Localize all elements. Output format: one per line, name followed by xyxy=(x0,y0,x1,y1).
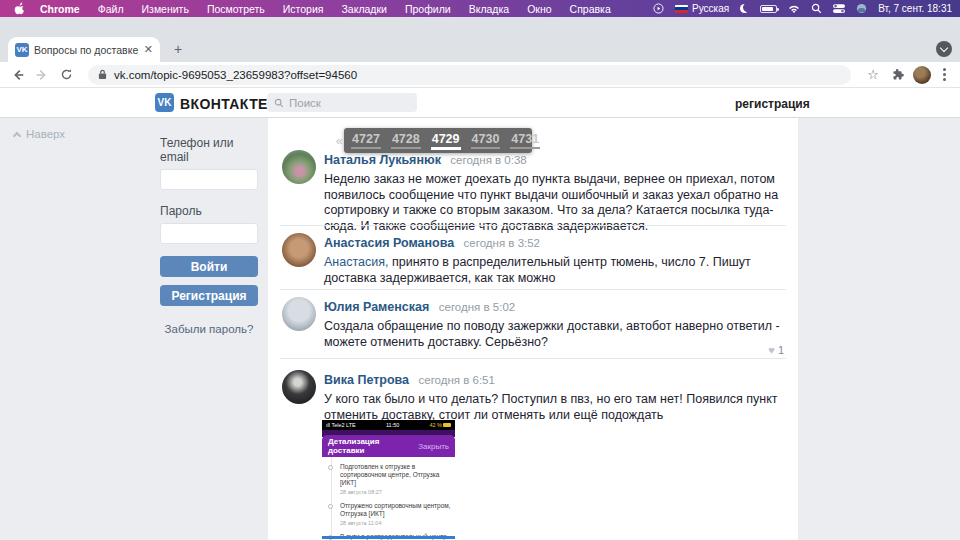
registration-link[interactable]: регистрация xyxy=(735,97,810,111)
forgot-password-link[interactable]: Забыли пароль? xyxy=(160,323,258,335)
control-center-icon[interactable] xyxy=(833,3,845,14)
topic-comments-panel: Наталья Лукьянюк сегодня в 0:38 Неделю з… xyxy=(268,118,798,540)
pagination-page[interactable]: 4728 xyxy=(391,132,421,149)
browser-toolbar: vk.com/topic-9695053_23659983?offset=945… xyxy=(0,62,960,88)
menu-item-history[interactable]: История xyxy=(274,3,333,15)
back-to-top-link[interactable]: Наверх xyxy=(14,128,65,140)
forward-button[interactable] xyxy=(34,67,50,83)
media-play-icon[interactable] xyxy=(653,3,664,14)
phone-label: Телефон или email xyxy=(160,136,258,164)
comment-text: Анастасия, принято в распределительный ц… xyxy=(324,255,786,286)
comment-timestamp: сегодня в 6:51 xyxy=(418,374,494,386)
divider xyxy=(280,225,786,226)
apple-icon[interactable] xyxy=(8,2,31,15)
wifi-icon[interactable] xyxy=(788,4,800,14)
phone-battery-icon xyxy=(443,423,451,427)
pagination-page[interactable]: 4730 xyxy=(471,132,501,149)
browser-tab[interactable]: VK Вопросы по доставке | WILDB ✕ xyxy=(8,37,160,62)
chevron-up-icon xyxy=(13,131,21,139)
login-button[interactable]: Войти xyxy=(160,256,258,277)
menu-item-edit[interactable]: Изменить xyxy=(133,3,198,15)
menu-item-profiles[interactable]: Профили xyxy=(396,3,460,15)
lock-icon xyxy=(98,69,107,80)
macos-menu-bar: Chrome Файл Изменить Посмотреть История … xyxy=(0,0,960,17)
comment-text: Создала обращение по поводу зажержки дос… xyxy=(324,319,786,350)
menu-item-tab[interactable]: Вкладка xyxy=(460,3,518,15)
vk-page: Наверх Телефон или email Пароль Войти Ре… xyxy=(0,118,960,540)
address-bar[interactable]: vk.com/topic-9695053_23659983?offset=945… xyxy=(88,65,851,85)
search-placeholder: Поиск xyxy=(289,97,321,109)
search-icon xyxy=(274,98,284,108)
avatar[interactable] xyxy=(282,233,316,267)
comment-author-link[interactable]: Вика Петрова xyxy=(324,373,409,387)
new-tab-button[interactable]: + xyxy=(170,41,186,57)
comment-author-link[interactable]: Юлия Раменская xyxy=(324,300,429,314)
pagination-bar: « 4727 4728 4729 4730 4731 xyxy=(344,128,532,153)
attachment-bottom-bar xyxy=(322,536,455,539)
browser-profile-avatar[interactable] xyxy=(913,66,931,84)
tab-close-icon[interactable]: ✕ xyxy=(144,44,153,55)
password-label: Пароль xyxy=(160,204,258,218)
phone-clock: 11:50 xyxy=(386,422,399,428)
mention-link[interactable]: Анастасия, xyxy=(324,255,388,269)
vk-search-input[interactable]: Поиск xyxy=(267,93,417,112)
pagination-prev[interactable]: « xyxy=(336,133,343,148)
menu-item-chrome[interactable]: Chrome xyxy=(31,3,89,15)
battery-icon[interactable] xyxy=(760,5,777,13)
extensions-puzzle-icon[interactable] xyxy=(889,67,905,83)
password-input[interactable] xyxy=(160,223,258,244)
avatar[interactable] xyxy=(282,297,316,331)
login-form: Телефон или email Пароль Войти Регистрац… xyxy=(160,118,258,335)
avatar[interactable] xyxy=(282,370,316,404)
register-button[interactable]: Регистрация xyxy=(160,285,258,306)
comment-timestamp: сегодня в 3:52 xyxy=(464,237,540,249)
divider xyxy=(280,289,786,290)
chrome-menu-icon[interactable] xyxy=(939,68,950,81)
comment-author-link[interactable]: Анастасия Романова xyxy=(324,236,454,250)
avatar[interactable] xyxy=(282,150,316,184)
like-count[interactable]: ♥ 1 xyxy=(768,344,784,356)
do-not-disturb-moon-icon[interactable] xyxy=(740,4,749,13)
menu-item-view[interactable]: Посмотреть xyxy=(198,3,274,15)
vk-logo-icon[interactable]: VK xyxy=(155,93,174,112)
delivery-modal-header: Детализация доставки Закрыть xyxy=(322,435,455,457)
menu-item-window[interactable]: Окно xyxy=(518,3,560,15)
language-label: Русская xyxy=(692,3,729,14)
vk-favicon-icon: VK xyxy=(15,43,29,57)
menu-item-bookmarks[interactable]: Закладки xyxy=(333,3,396,15)
vk-logo-text[interactable]: ВКОНТАКТЕ xyxy=(180,96,268,112)
tab-title: Вопросы по доставке | WILDB xyxy=(34,44,139,56)
tab-search-button[interactable] xyxy=(936,41,952,57)
back-button[interactable] xyxy=(10,67,26,83)
delivery-timeline: Подготовлен к отгрузке в сортировочном ц… xyxy=(322,457,455,535)
timeline-step: Отгружено сортировочным центром, Отгрузк… xyxy=(340,502,451,526)
phone-status-bar: ıll Tele2 LTE 11:50 42 % xyxy=(322,420,455,430)
timeline-dot-icon xyxy=(328,465,333,470)
pagination-page[interactable]: 4731 xyxy=(510,132,540,149)
attachment-image[interactable]: ıll Tele2 LTE 11:50 42 % Детализация дос… xyxy=(322,420,455,540)
comment-author-link[interactable]: Наталья Лукьянюк xyxy=(324,153,441,167)
heart-icon: ♥ xyxy=(768,344,775,356)
url-text[interactable]: vk.com/topic-9695053_23659983?offset=945… xyxy=(114,69,357,81)
menu-item-help[interactable]: Справка xyxy=(561,3,620,15)
comment-timestamp: сегодня в 5:02 xyxy=(439,301,515,313)
spotlight-search-icon[interactable] xyxy=(811,3,822,14)
menu-item-file[interactable]: Файл xyxy=(89,3,133,15)
chevron-down-icon xyxy=(940,43,948,51)
menubar-clock[interactable]: Вт, 7 сент. 18:31 xyxy=(878,3,952,14)
menu-extra-icon[interactable] xyxy=(856,3,867,14)
pagination-page-current[interactable]: 4729 xyxy=(431,132,461,150)
battery-percent: 42 % xyxy=(429,422,442,428)
modal-title: Детализация доставки xyxy=(328,437,413,455)
bookmark-star-icon[interactable]: ☆ xyxy=(865,67,881,83)
timeline-dot-icon xyxy=(328,504,333,509)
timeline-step: Подготовлен к отгрузке в сортировочном ц… xyxy=(340,463,451,495)
reload-button[interactable] xyxy=(58,67,74,83)
divider xyxy=(280,358,786,359)
comment-timestamp: сегодня в 0:38 xyxy=(450,154,526,166)
pagination-page[interactable]: 4727 xyxy=(351,132,381,149)
comment-text: У кого так было и что делать? Поступил в… xyxy=(324,392,786,423)
modal-close-link: Закрыть xyxy=(418,442,449,451)
phone-input[interactable] xyxy=(160,169,258,190)
language-flag-icon[interactable]: Русская xyxy=(675,3,729,14)
